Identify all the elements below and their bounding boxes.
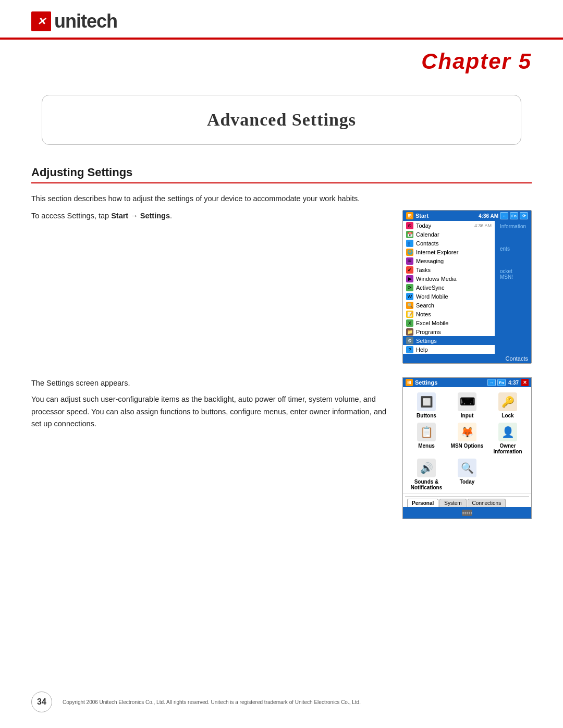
header: ✕ unitech bbox=[0, 0, 563, 32]
second-left-col: The Settings screen appears. You can adj… bbox=[31, 377, 387, 434]
wifi-icon: ↔ bbox=[500, 212, 508, 219]
menu-item-contacts[interactable]: 👥 Contacts bbox=[403, 239, 495, 248]
logo-symbol: ✕ bbox=[37, 15, 46, 28]
advanced-settings-title: Advanced Settings bbox=[63, 110, 500, 130]
menu-items-panel: ⊙ Today 4:36 AM 📅 Calendar 👥 Contacts bbox=[403, 221, 495, 354]
bold-start: Start bbox=[111, 212, 128, 220]
msn-icon: 🦊 bbox=[458, 423, 476, 441]
tab-connections[interactable]: Connections bbox=[468, 499, 506, 507]
contacts-icon: 👥 bbox=[406, 240, 413, 247]
chapter-heading: Chapter 5 bbox=[0, 40, 563, 74]
input-icon: ⌨ bbox=[458, 392, 476, 411]
owner-icon: 👤 bbox=[498, 423, 517, 441]
fn-icon[interactable]: Fn bbox=[510, 212, 518, 219]
start-menu-screenshot: ⊞ Start 4:36 AM ↔ Fn ⟳ ⊙ bbox=[402, 210, 532, 364]
intro-text-1: This section describes how to adjust the… bbox=[31, 193, 532, 205]
today-icon-item[interactable]: 🔍 Today bbox=[448, 459, 486, 490]
battery-icon: ⟳ bbox=[520, 212, 528, 219]
behind-item-1: Information bbox=[497, 223, 529, 230]
menu-item-today[interactable]: ⊙ Today 4:36 AM bbox=[403, 221, 495, 230]
buttons-icon: 🔲 bbox=[417, 392, 436, 411]
menu-item-notes[interactable]: 📝 Notes bbox=[403, 310, 495, 318]
settings-tabs: Personal System Connections bbox=[405, 496, 529, 507]
start-menu-body: ⊙ Today 4:36 AM 📅 Calendar 👥 Contacts bbox=[403, 221, 531, 354]
menus-icon: 📋 bbox=[417, 423, 436, 441]
settings-titlebar-icons: ↔ Fn 4:37 ✕ bbox=[487, 379, 529, 386]
behind-spacer bbox=[497, 230, 529, 245]
settings-icon: ⚙ bbox=[406, 337, 413, 344]
sounds-icon-item[interactable]: 🔊 Sounds &Notifications bbox=[407, 459, 446, 490]
menu-item-tasks[interactable]: ✔ Tasks bbox=[403, 265, 495, 274]
start-menu-footer: Contacts bbox=[403, 354, 531, 363]
lock-icon-item[interactable]: 🔑 Lock bbox=[488, 392, 527, 418]
menu-item-programs[interactable]: 📁 Programs bbox=[403, 327, 495, 336]
menu-item-excel[interactable]: X Excel Mobile bbox=[403, 318, 495, 327]
settings-screenshot: ⊞ Settings ↔ Fn 4:37 ✕ 🔲 Buttons bbox=[402, 377, 532, 519]
menu-item-word[interactable]: W Word Mobile bbox=[403, 292, 495, 301]
settings-win-flag: ⊞ bbox=[406, 379, 413, 386]
word-icon: W bbox=[406, 293, 413, 300]
msn-icon-item[interactable]: 🦊 MSN Options bbox=[448, 423, 486, 454]
logo-text: unitech bbox=[54, 10, 117, 32]
settings-time: 4:37 bbox=[508, 380, 519, 386]
footer: 34 Copyright 2006 Unitech Electronics Co… bbox=[0, 692, 563, 712]
keyboard-small-icon bbox=[462, 510, 472, 516]
behind-item-3: ocket MSN! bbox=[497, 268, 529, 280]
excel-icon: X bbox=[406, 319, 413, 327]
menus-icon-item[interactable]: 📋 Menus bbox=[407, 423, 446, 454]
content-area: Adjusting Settings This section describe… bbox=[0, 161, 563, 540]
settings-title-text: Settings bbox=[415, 379, 437, 386]
windows-flag-icon: ⊞ bbox=[406, 212, 413, 219]
tab-personal[interactable]: Personal bbox=[407, 499, 438, 507]
settings-titlebar-left: ⊞ Settings bbox=[406, 379, 437, 386]
today-icon: ⊙ bbox=[406, 222, 413, 229]
right-column-top: ⊞ Start 4:36 AM ↔ Fn ⟳ ⊙ bbox=[402, 210, 532, 369]
menu-item-activesync[interactable]: ⟳ ActiveSync bbox=[403, 283, 495, 292]
background-panel: Information ents ocket MSN! bbox=[495, 221, 531, 354]
section-divider bbox=[31, 182, 532, 183]
menu-item-search[interactable]: 🔍 Search bbox=[403, 301, 495, 310]
tasks-icon: ✔ bbox=[406, 266, 413, 274]
advanced-settings-box: Advanced Settings bbox=[42, 95, 521, 145]
section-heading: Adjusting Settings bbox=[31, 166, 532, 179]
after-screen-text: The Settings screen appears. bbox=[31, 377, 387, 389]
time-display: 4:36 AM bbox=[479, 213, 498, 219]
page-number: 34 bbox=[31, 692, 52, 712]
tab-system[interactable]: System bbox=[439, 499, 466, 507]
intro-text-2: To access Settings, tap Start → Settings… bbox=[31, 210, 387, 222]
behind-item-2: ents bbox=[497, 245, 529, 252]
chapter-label: Chapter bbox=[421, 49, 511, 73]
titlebar-icons: 4:36 AM ↔ Fn ⟳ bbox=[479, 212, 528, 219]
settings-fn-icon[interactable]: Fn bbox=[497, 379, 506, 386]
input-icon-item[interactable]: ⌨ Input bbox=[448, 392, 486, 418]
menu-item-ie[interactable]: 🌐 Internet Explorer bbox=[403, 248, 495, 256]
today-icon-settings: 🔍 bbox=[458, 459, 476, 477]
keyboard-keys bbox=[462, 512, 472, 514]
start-title: Start bbox=[415, 213, 429, 219]
right-column-bottom: ⊞ Settings ↔ Fn 4:37 ✕ 🔲 Buttons bbox=[402, 377, 532, 524]
close-button[interactable]: ✕ bbox=[521, 379, 529, 386]
notes-icon: 📝 bbox=[406, 311, 413, 318]
menu-item-settings[interactable]: ⚙ Settings bbox=[403, 336, 495, 345]
footer-contacts: Contacts bbox=[506, 355, 528, 362]
help-icon: ? bbox=[406, 346, 413, 353]
search-icon: 🔍 bbox=[406, 302, 413, 309]
owner-icon-item[interactable]: 👤 OwnerInformation bbox=[488, 423, 527, 454]
messaging-icon: ✉ bbox=[406, 257, 413, 265]
settings-titlebar: ⊞ Settings ↔ Fn 4:37 ✕ bbox=[403, 378, 531, 387]
menu-item-help[interactable]: ? Help bbox=[403, 345, 495, 354]
sounds-icon: 🔊 bbox=[417, 459, 436, 477]
menu-item-windows-media[interactable]: ▶ Windows Media bbox=[403, 274, 495, 283]
buttons-icon-item[interactable]: 🔲 Buttons bbox=[407, 392, 446, 418]
calendar-icon: 📅 bbox=[406, 231, 413, 238]
activesync-icon: ⟳ bbox=[406, 284, 413, 291]
menu-item-calendar[interactable]: 📅 Calendar bbox=[403, 230, 495, 239]
titlebar-left: ⊞ Start bbox=[406, 212, 429, 219]
settings-tab-body bbox=[403, 507, 531, 519]
start-titlebar: ⊞ Start 4:36 AM ↔ Fn ⟳ bbox=[403, 211, 531, 221]
settings-wifi-icon: ↔ bbox=[487, 379, 496, 386]
ie-icon: 🌐 bbox=[406, 249, 413, 256]
logo-icon: ✕ bbox=[31, 11, 51, 31]
menu-item-messaging[interactable]: ✉ Messaging bbox=[403, 256, 495, 265]
windows-media-icon: ▶ bbox=[406, 275, 413, 282]
